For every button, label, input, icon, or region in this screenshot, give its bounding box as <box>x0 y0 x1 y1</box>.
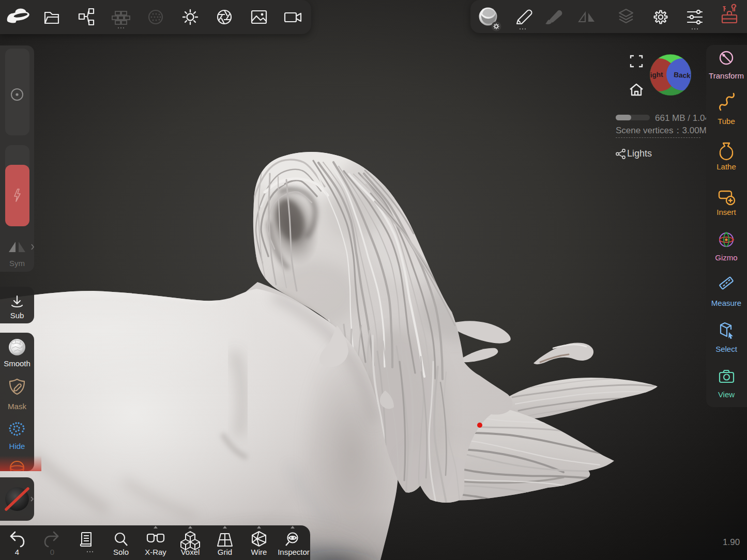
svg-text:Measure: Measure <box>711 299 741 307</box>
svg-text:View: View <box>718 390 735 399</box>
svg-text:Solo: Solo <box>113 548 129 556</box>
svg-text:Mask: Mask <box>8 402 26 411</box>
svg-text:Tube: Tube <box>718 117 735 126</box>
svg-text:4: 4 <box>15 548 19 556</box>
svg-text:Select: Select <box>715 345 738 353</box>
svg-text:Voxel: Voxel <box>181 548 200 556</box>
svg-text:X-Ray: X-Ray <box>145 548 166 556</box>
svg-text:Back: Back <box>674 71 691 80</box>
svg-text:Inspector: Inspector <box>278 548 310 556</box>
svg-text:Hide: Hide <box>9 442 25 450</box>
svg-text:Sub: Sub <box>10 311 24 320</box>
svg-text:Lathe: Lathe <box>716 162 736 171</box>
svg-text:ight: ight <box>650 71 663 79</box>
svg-text:Grid: Grid <box>218 548 232 556</box>
svg-text:Wire: Wire <box>251 548 267 556</box>
svg-text:Insert: Insert <box>716 208 736 216</box>
svg-text:Transform: Transform <box>709 71 744 80</box>
svg-text:Sym: Sym <box>9 259 25 268</box>
svg-text:0: 0 <box>50 548 54 556</box>
svg-text:Smooth: Smooth <box>4 359 31 368</box>
svg-text:Gizmo: Gizmo <box>715 253 737 262</box>
